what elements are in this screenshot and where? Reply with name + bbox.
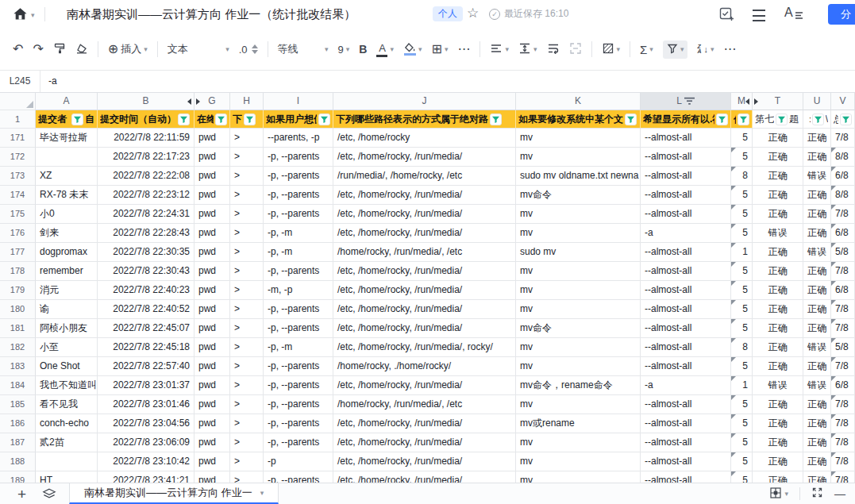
cell-L[interactable]: --almost-all: [641, 319, 731, 338]
row-number[interactable]: 174: [0, 186, 36, 205]
cell-I[interactable]: -p, --parents: [264, 471, 333, 483]
cell-K[interactable]: mv命令: [516, 186, 641, 205]
cell-G[interactable]: pwd: [194, 205, 230, 224]
cell-U[interactable]: 正确: [803, 452, 831, 471]
view-mode-button[interactable]: ▾: [769, 487, 788, 502]
cell-U[interactable]: 正确: [803, 148, 831, 167]
cell-K[interactable]: mv: [516, 129, 641, 148]
filter-header-G[interactable]: 在终: [194, 110, 230, 129]
cell-L[interactable]: --almost-all: [641, 243, 731, 262]
cell-T[interactable]: 正确: [753, 471, 803, 483]
cell-A[interactable]: 毕达哥拉斯: [36, 129, 98, 148]
filter-header-V[interactable]: 总体: [831, 110, 855, 129]
cell-K[interactable]: mv: [516, 148, 641, 167]
cell-M[interactable]: 5: [731, 452, 753, 471]
cell-J[interactable]: /etc, /home/rocky, /run/media/: [333, 414, 516, 433]
column-header-T[interactable]: T: [753, 93, 803, 110]
cell-L[interactable]: --almost-all: [641, 414, 731, 433]
hidden-columns-right-icon[interactable]: [754, 98, 758, 105]
cell-V[interactable]: 6/8: [831, 224, 855, 243]
cell-U[interactable]: 正确: [803, 471, 831, 483]
cell-B[interactable]: 2022/7/8 23:01:37: [98, 376, 194, 395]
cell-A[interactable]: [36, 452, 98, 471]
cell-B[interactable]: 2022/7/8 23:04:56: [98, 414, 194, 433]
cell-T[interactable]: 正确: [753, 338, 803, 357]
cell-B[interactable]: 2022/7/8 22:45:18: [98, 338, 194, 357]
cell-J[interactable]: /etc, /home/rocky, /run/media/: [333, 300, 516, 319]
cell-M[interactable]: 8: [731, 167, 753, 186]
cell-U[interactable]: 正确: [803, 319, 831, 338]
font-size-select[interactable]: 9 ▾: [338, 44, 350, 56]
more-format-button[interactable]: ⋯: [457, 43, 470, 56]
cell-I[interactable]: -p, --parents: [264, 376, 333, 395]
insert-button[interactable]: ⊕ 插入 ▾: [108, 42, 148, 56]
cell-G[interactable]: pwd: [194, 433, 230, 452]
cell-L[interactable]: --almost-all: [641, 129, 731, 148]
cell-U[interactable]: 正确: [803, 300, 831, 319]
cell-J[interactable]: /etc, /home/rocky, /run/media/: [333, 224, 516, 243]
cell-M[interactable]: 5: [731, 129, 753, 148]
cell-B[interactable]: 2022/7/8 23:41:21: [98, 471, 194, 483]
cell-U[interactable]: 正确: [803, 395, 831, 414]
menu-icon[interactable]: [753, 10, 765, 21]
cell-K[interactable]: mv: [516, 452, 641, 471]
cell-U[interactable]: 错误: [803, 167, 831, 186]
cell-B[interactable]: 2022/7/8 22:28:43: [98, 224, 194, 243]
cell-U[interactable]: 正确: [803, 281, 831, 300]
cell-T[interactable]: 正确: [753, 414, 803, 433]
cell-B[interactable]: 2022/7/8 22:23:12: [98, 186, 194, 205]
cell-reference-box[interactable]: L245: [0, 71, 40, 92]
cell-L[interactable]: --almost-all: [641, 281, 731, 300]
cell-T[interactable]: 错误: [753, 376, 803, 395]
cell-T[interactable]: 正确: [753, 167, 803, 186]
align-horizontal-button[interactable]: ▾: [490, 43, 509, 56]
cell-M[interactable]: 1: [731, 376, 753, 395]
cell-H[interactable]: >: [230, 167, 264, 186]
row-number[interactable]: 187: [0, 433, 36, 452]
document-title[interactable]: 南林暑期实训——云计算方向 作业一（统计批改结果）: [67, 0, 356, 29]
home-button[interactable]: ▾: [13, 7, 35, 24]
cell-G[interactable]: pwd: [194, 300, 230, 319]
filter-icon[interactable]: [215, 113, 227, 125]
cell-K[interactable]: mv: [516, 300, 641, 319]
cell-G[interactable]: pwd: [194, 338, 230, 357]
cell-H[interactable]: >: [230, 262, 264, 281]
cell-L[interactable]: --almost-all: [641, 452, 731, 471]
cell-I[interactable]: -p, --parents: [264, 300, 333, 319]
row-number[interactable]: 179: [0, 281, 36, 300]
cell-G[interactable]: pwd: [194, 224, 230, 243]
cell-T[interactable]: 正确: [753, 205, 803, 224]
cell-H[interactable]: >: [230, 243, 264, 262]
filter-header-U[interactable]: ：\: [803, 110, 831, 129]
cell-V[interactable]: 7/8: [831, 262, 855, 281]
cell-V[interactable]: 7/8: [831, 319, 855, 338]
cell-T[interactable]: 正确: [753, 129, 803, 148]
cell-V[interactable]: 7/8: [831, 471, 855, 483]
cell-A[interactable]: RX-78 未末: [36, 186, 98, 205]
cell-V[interactable]: 8/8: [831, 186, 855, 205]
cell-I[interactable]: -p, --parents: [264, 186, 333, 205]
cell-A[interactable]: XZ: [36, 167, 98, 186]
cell-J[interactable]: /etc, /home/rocky, /run/media/: [333, 376, 516, 395]
cell-J[interactable]: /etc, /home/rocky, /run/media/: [333, 452, 516, 471]
fullscreen-button[interactable]: [811, 487, 823, 502]
cell-A[interactable]: dogpromax: [36, 243, 98, 262]
cell-J[interactable]: /etc, /home/rocky, /run/media/: [333, 262, 516, 281]
cell-B[interactable]: 2022/7/8 22:30:35: [98, 243, 194, 262]
cell-B[interactable]: 2022/7/8 22:22:08: [98, 167, 194, 186]
cell-I[interactable]: -p, --parents: [264, 167, 333, 186]
cell-G[interactable]: pwd: [194, 452, 230, 471]
text-size-icon[interactable]: A: [784, 6, 803, 20]
cell-A[interactable]: 贰2苗: [36, 433, 98, 452]
cell-M[interactable]: 5: [731, 186, 753, 205]
cell-H[interactable]: >: [230, 471, 264, 483]
cell-G[interactable]: pwd: [194, 357, 230, 376]
cell-J[interactable]: /etc, /home/rocky, /run/media/: [333, 433, 516, 452]
cell-K[interactable]: mv: [516, 395, 641, 414]
all-sheets-icon[interactable]: [42, 488, 56, 499]
filter-menu-icon[interactable]: [684, 97, 695, 106]
cell-K[interactable]: sudo mv: [516, 243, 641, 262]
row-number[interactable]: 178: [0, 262, 36, 281]
cell-G[interactable]: pwd: [194, 376, 230, 395]
cell-B[interactable]: 2022/7/8 23:10:42: [98, 452, 194, 471]
